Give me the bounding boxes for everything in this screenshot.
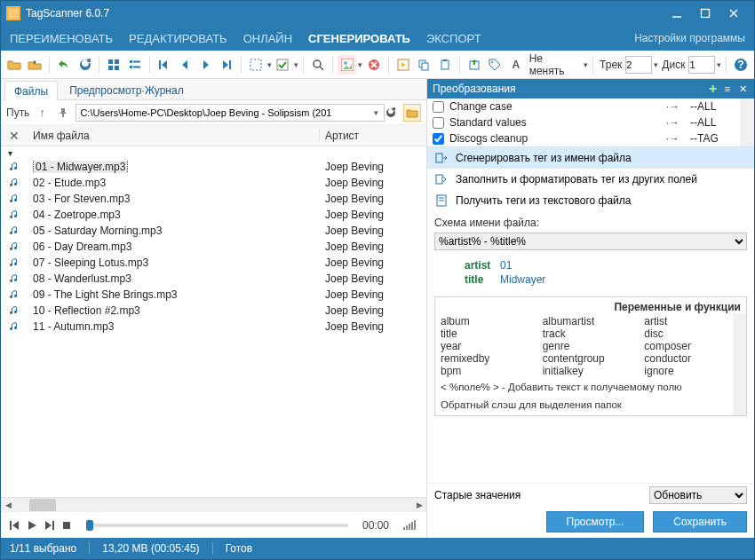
delete-icon[interactable] <box>364 55 384 75</box>
add-transform-icon[interactable]: ✚ <box>706 83 719 95</box>
menu-transform-icon[interactable]: ≡ <box>721 83 734 95</box>
table-row[interactable]: 10 - Reflection #2.mp3 Joep Beving <box>1 303 426 319</box>
action-generate-from-name[interactable]: Сгенерировать тег из имени файла <box>427 147 754 169</box>
variable-item[interactable]: albumartist <box>543 315 640 327</box>
path-input[interactable] <box>76 104 385 122</box>
case-icon[interactable]: A <box>506 55 526 75</box>
variable-item[interactable]: bpm <box>441 365 537 377</box>
save-button[interactable]: Сохранить <box>653 511 747 532</box>
export-icon[interactable] <box>465 55 484 75</box>
undo-icon[interactable] <box>54 55 74 75</box>
run-icon[interactable] <box>393 55 413 75</box>
variables-scrollbar[interactable] <box>733 313 746 415</box>
close-button[interactable] <box>726 5 742 21</box>
list-dropdown-icon[interactable]: ▾ <box>8 148 12 158</box>
preview-button[interactable]: Просмотр... <box>546 511 645 532</box>
variable-item[interactable]: conductor <box>644 352 741 365</box>
nav-prev-icon[interactable] <box>175 55 195 75</box>
var-note-1: < %поле% > - Добавить текст к получаемом… <box>441 381 741 395</box>
svg-rect-10 <box>130 60 132 63</box>
table-row[interactable]: 01 - Midwayer.mp3 Joep Beving <box>1 159 426 175</box>
stop-icon[interactable] <box>61 520 72 531</box>
tag-icon[interactable] <box>485 55 505 75</box>
nochange-dropdown[interactable]: ▾ <box>584 60 588 69</box>
folder-open-icon[interactable] <box>4 55 24 75</box>
table-row[interactable]: 07 - Sleeping Lotus.mp3 Joep Beving <box>1 255 426 271</box>
col-filename[interactable]: Имя файла <box>28 130 320 142</box>
col-artist[interactable]: Артист <box>320 130 426 142</box>
menu-settings[interactable]: Настройки программы <box>634 32 745 44</box>
nav-next-icon[interactable] <box>196 55 216 75</box>
path-refresh-icon[interactable] <box>382 104 400 122</box>
table-row[interactable]: 09 - The Light She Brings.mp3 Joep Bevin… <box>1 287 426 303</box>
play-icon[interactable] <box>26 519 38 532</box>
path-folder-icon[interactable] <box>403 104 421 122</box>
select-all-icon[interactable] <box>246 55 266 75</box>
h-scrollbar[interactable]: ◀ ▶ <box>1 497 426 511</box>
table-row[interactable]: 04 - Zoetrope.mp3 Joep Beving <box>1 207 426 223</box>
track-value[interactable] <box>625 56 652 74</box>
check-icon[interactable] <box>274 55 293 75</box>
variable-item[interactable]: title <box>441 327 537 340</box>
variable-item[interactable]: album <box>441 315 537 327</box>
variable-item[interactable]: ignore <box>644 365 741 377</box>
variable-item[interactable]: remixedby <box>441 352 537 365</box>
maximize-button[interactable] <box>697 5 713 21</box>
refresh-icon[interactable] <box>76 55 95 75</box>
path-up-icon[interactable]: ↑ <box>33 104 51 122</box>
folder-up-icon[interactable] <box>26 55 45 75</box>
volume-icon[interactable] <box>403 520 416 530</box>
transforms-scrollbar[interactable] <box>740 99 754 146</box>
scheme-select[interactable]: %artist% - %title% <box>434 233 747 250</box>
transform-row[interactable]: Standard values ·→ --ALL <box>427 114 740 130</box>
transform-row[interactable]: Change case ·→ --ALL <box>427 99 740 114</box>
help-icon[interactable]: ? <box>731 55 751 75</box>
menu-export[interactable]: ЭКСПОРТ <box>426 32 481 45</box>
prev-track-icon[interactable] <box>8 519 20 532</box>
old-values-select[interactable]: Обновить <box>649 486 747 504</box>
close-panel-icon[interactable]: ✕ <box>736 83 749 95</box>
tab-files[interactable]: Файлы <box>4 81 58 100</box>
art-icon[interactable] <box>338 55 357 75</box>
seek-slider[interactable] <box>86 524 348 527</box>
nav-first-icon[interactable] <box>155 55 174 75</box>
paste-icon[interactable] <box>435 55 455 75</box>
copy-icon[interactable] <box>415 55 434 75</box>
variable-item[interactable]: composer <box>644 340 741 352</box>
table-row[interactable]: 02 - Etude.mp3 Joep Beving <box>1 175 426 191</box>
tab-preview[interactable]: Предпросмотр · Журнал <box>60 80 194 99</box>
variable-item[interactable]: disc <box>644 327 741 340</box>
transform-checkbox[interactable] <box>433 117 444 129</box>
action-fill-format[interactable]: Заполнить и форматировать тег из других … <box>427 169 754 190</box>
variable-item[interactable]: track <box>543 327 640 340</box>
disc-value[interactable] <box>688 56 715 74</box>
table-row[interactable]: 06 - Day Dream.mp3 Joep Beving <box>1 239 426 255</box>
file-list[interactable]: 01 - Midwayer.mp3 Joep Beving 02 - Etude… <box>1 159 426 497</box>
menu-generate[interactable]: СГЕНЕРИРОВАТЬ <box>308 32 410 45</box>
table-row[interactable]: 05 - Saturday Morning.mp3 Joep Beving <box>1 223 426 239</box>
variable-item[interactable]: artist <box>644 315 741 327</box>
list-view-icon[interactable] <box>125 55 145 75</box>
variable-item[interactable]: genre <box>543 340 640 352</box>
menu-online[interactable]: ОНЛАЙН <box>243 32 292 45</box>
path-pin-icon[interactable] <box>54 104 72 122</box>
play-time: 00:00 <box>362 519 389 532</box>
grid-view-icon[interactable] <box>104 55 123 75</box>
minimize-button[interactable] <box>669 5 685 21</box>
shuffle-icon[interactable]: ✕ <box>1 129 28 143</box>
table-row[interactable]: 03 - For Steven.mp3 Joep Beving <box>1 191 426 207</box>
transform-row[interactable]: Discogs cleanup ·→ --TAG <box>427 130 740 146</box>
next-track-icon[interactable] <box>44 519 56 532</box>
menu-edit[interactable]: РЕДАКТИРОВАТЬ <box>129 32 227 45</box>
transform-checkbox[interactable] <box>433 133 444 145</box>
menu-rename[interactable]: ПЕРЕИМЕНОВАТЬ <box>10 32 113 45</box>
action-from-textfile[interactable]: Получить теги из текстового файла <box>427 190 754 211</box>
variable-item[interactable]: initialkey <box>543 365 640 377</box>
nav-last-icon[interactable] <box>217 55 236 75</box>
search-icon[interactable] <box>308 55 328 75</box>
table-row[interactable]: 11 - Autumn.mp3 Joep Beving <box>1 319 426 335</box>
variable-item[interactable]: contentgroup <box>543 352 640 365</box>
table-row[interactable]: 08 - Wanderlust.mp3 Joep Beving <box>1 271 426 287</box>
variable-item[interactable]: year <box>441 340 537 352</box>
transform-checkbox[interactable] <box>433 101 444 113</box>
